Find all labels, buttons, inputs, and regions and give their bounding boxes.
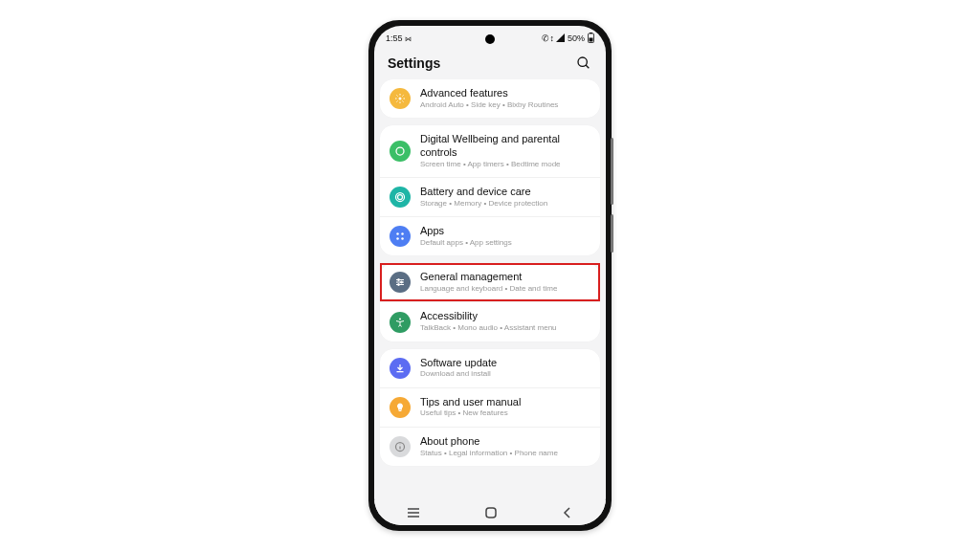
battery-icon xyxy=(390,187,411,208)
svg-point-11 xyxy=(396,237,399,240)
svg-point-10 xyxy=(401,232,404,235)
item-title: Digital Wellbeing and parental controls xyxy=(420,133,590,160)
settings-list: Advanced featuresAndroid Auto • Side key… xyxy=(374,79,606,474)
search-icon xyxy=(576,55,591,71)
settings-group: General managementLanguage and keyboard … xyxy=(380,263,600,341)
svg-point-16 xyxy=(398,279,400,281)
settings-item-apps[interactable]: AppsDefault apps • App settings xyxy=(380,216,600,255)
item-subtitle: Storage • Memory • Device protection xyxy=(420,199,547,209)
accessibility-icon xyxy=(390,312,411,333)
svg-rect-20 xyxy=(399,410,402,411)
item-title: Battery and device care xyxy=(420,186,547,199)
svg-point-19 xyxy=(399,318,401,320)
phone-frame: 1:55 ⋈ ✆ ↕ 50% Settings xyxy=(368,20,612,531)
svg-rect-2 xyxy=(590,37,593,41)
nav-bar xyxy=(374,500,606,525)
nav-back[interactable] xyxy=(561,506,574,519)
settings-group: Advanced featuresAndroid Auto • Side key… xyxy=(380,79,600,118)
digital-wellbeing-icon xyxy=(390,141,411,162)
svg-point-17 xyxy=(401,281,403,283)
item-title: Tips and user manual xyxy=(420,396,521,409)
settings-item-accessibility[interactable]: AccessibilityTalkBack • Mono audio • Ass… xyxy=(380,301,600,341)
search-button[interactable] xyxy=(575,55,592,72)
svg-point-18 xyxy=(398,284,400,286)
apps-icon xyxy=(390,226,411,247)
svg-point-6 xyxy=(396,147,404,155)
settings-item-general-management[interactable]: General managementLanguage and keyboard … xyxy=(380,263,600,301)
nav-recent[interactable] xyxy=(406,506,421,519)
advanced-features-icon xyxy=(390,88,411,109)
svg-line-4 xyxy=(586,65,589,68)
item-subtitle: TalkBack • Mono audio • Assistant menu xyxy=(420,323,557,333)
item-title: General management xyxy=(420,271,557,284)
item-subtitle: Language and keyboard • Date and time xyxy=(420,284,557,294)
tips-icon xyxy=(390,397,411,418)
svg-point-12 xyxy=(401,237,404,240)
settings-item-about-phone[interactable]: About phoneStatus • Legal information • … xyxy=(380,427,600,466)
nav-home[interactable] xyxy=(484,506,498,519)
item-title: Accessibility xyxy=(420,310,557,323)
status-icons: ✆ ↕ xyxy=(542,33,553,43)
settings-group: Software updateDownload and installTips … xyxy=(380,349,600,466)
settings-item-tips[interactable]: Tips and user manualUseful tips • New fe… xyxy=(380,387,600,427)
signal-icon xyxy=(556,33,565,44)
svg-point-3 xyxy=(578,57,587,66)
settings-item-advanced-features[interactable]: Advanced featuresAndroid Auto • Side key… xyxy=(380,79,600,118)
item-title: Advanced features xyxy=(420,87,558,100)
item-subtitle: Download and install xyxy=(420,369,497,379)
svg-point-9 xyxy=(396,232,399,235)
item-title: Software update xyxy=(420,357,497,370)
settings-item-digital-wellbeing[interactable]: Digital Wellbeing and parental controlsS… xyxy=(380,125,600,177)
item-title: Apps xyxy=(420,225,512,238)
phone-screen: 1:55 ⋈ ✆ ↕ 50% Settings xyxy=(374,26,606,525)
software-update-icon xyxy=(390,358,411,379)
item-subtitle: Status • Legal information • Phone name xyxy=(420,449,558,458)
item-subtitle: Default apps • App settings xyxy=(420,238,512,248)
front-camera xyxy=(485,34,495,44)
item-subtitle: Android Auto • Side key • Bixby Routines xyxy=(420,100,558,110)
item-subtitle: Useful tips • New features xyxy=(420,408,521,418)
status-time: 1:55 ⋈ xyxy=(386,33,412,43)
settings-group: Digital Wellbeing and parental controlsS… xyxy=(380,125,600,255)
page-title: Settings xyxy=(388,55,440,71)
svg-point-7 xyxy=(398,195,403,200)
about-phone-icon xyxy=(390,436,411,457)
battery-icon xyxy=(588,33,594,45)
general-management-icon xyxy=(390,272,411,293)
svg-point-5 xyxy=(399,98,402,100)
item-subtitle: Screen time • App timers • Bedtime mode xyxy=(420,160,590,169)
svg-point-8 xyxy=(396,193,405,202)
svg-rect-27 xyxy=(486,508,496,518)
battery-text: 50% xyxy=(568,33,585,43)
page-header: Settings xyxy=(374,49,606,79)
settings-item-software-update[interactable]: Software updateDownload and install xyxy=(380,349,600,387)
settings-item-battery[interactable]: Battery and device careStorage • Memory … xyxy=(380,177,600,216)
item-title: About phone xyxy=(420,435,558,449)
